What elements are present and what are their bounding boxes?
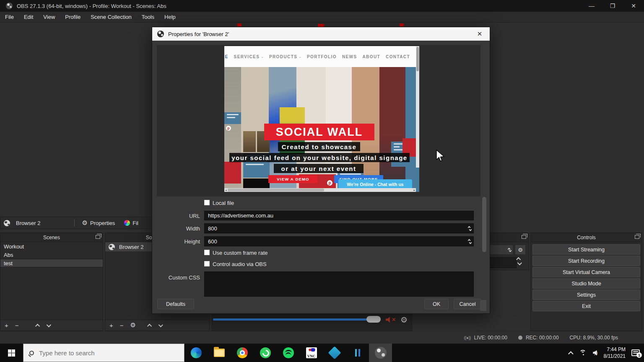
taskbar-spotify-button[interactable] xyxy=(277,344,300,362)
minimize-button[interactable]: — xyxy=(581,0,602,12)
filters-icon xyxy=(124,220,130,226)
wifi-icon[interactable] xyxy=(579,350,587,356)
tray-clock[interactable]: 7:44 PM 8/11/2021 xyxy=(604,346,626,359)
taskbar-whatsapp-button[interactable] xyxy=(254,344,277,362)
volume-slider-handle[interactable] xyxy=(366,316,381,323)
menu-help[interactable]: Help xyxy=(159,12,181,23)
source-handle[interactable] xyxy=(237,23,242,26)
height-input[interactable] xyxy=(204,236,474,246)
start-button[interactable] xyxy=(0,344,23,362)
tray-expand-icon[interactable] xyxy=(568,351,574,357)
properties-dialog: Properties for 'Browser 2' ✕ HOME SERVIC… xyxy=(152,27,490,313)
source-down-button[interactable] xyxy=(158,322,163,327)
source-handle[interactable] xyxy=(318,24,324,27)
duration-spinner[interactable] xyxy=(517,257,521,265)
custom-css-textarea[interactable] xyxy=(204,272,474,297)
source-properties-button[interactable]: ⚙ xyxy=(130,322,136,328)
ok-button[interactable]: OK xyxy=(424,299,449,309)
filters-button[interactable]: Fil xyxy=(124,220,138,226)
exit-button[interactable]: Exit xyxy=(532,301,640,311)
nav-about[interactable]: ABOUT xyxy=(362,54,380,59)
source-up-button[interactable] xyxy=(147,323,152,328)
scene-item-workout[interactable]: Workout xyxy=(0,242,103,251)
dialog-scrollbar-thumb[interactable] xyxy=(482,197,486,252)
menu-profile[interactable]: Profile xyxy=(60,12,86,23)
website-preview: HOME SERVICES⌄ PRODUCTS⌄ PORTFOLIO NEWS … xyxy=(224,46,419,192)
taskbar-vnc-button[interactable]: VNC xyxy=(300,344,323,362)
control-audio-checkbox[interactable] xyxy=(204,261,210,266)
maximize-button[interactable]: ❐ xyxy=(602,0,623,12)
notification-center-button[interactable]: 1 xyxy=(631,349,640,356)
start-streaming-button[interactable]: Start Streaming xyxy=(532,244,640,255)
properties-button[interactable]: ⚙ Properties xyxy=(82,220,115,226)
remove-source-button[interactable]: − xyxy=(120,322,124,328)
custom-framerate-checkbox[interactable] xyxy=(204,250,210,255)
studio-mode-button[interactable]: Studio Mode xyxy=(532,278,640,289)
taskbar-explorer-button[interactable] xyxy=(208,344,231,362)
nav-news[interactable]: NEWS xyxy=(342,54,357,59)
taskbar-search[interactable] xyxy=(23,344,184,362)
transition-duration-input[interactable] xyxy=(490,257,517,268)
defaults-button[interactable]: Defaults xyxy=(157,299,194,309)
system-tray: ) ) 7:44 PM 8/11/2021 1 xyxy=(570,344,644,362)
panel-popout-icon[interactable] xyxy=(96,235,100,239)
close-button[interactable]: ✕ xyxy=(623,0,644,12)
transition-settings-button[interactable]: ⚙ xyxy=(515,245,526,255)
menu-file[interactable]: File xyxy=(0,12,19,23)
add-scene-button[interactable]: + xyxy=(5,322,8,328)
url-label: URL xyxy=(158,213,200,219)
divider xyxy=(74,219,75,227)
width-input[interactable] xyxy=(204,223,474,233)
panel-popout-icon[interactable] xyxy=(635,235,639,239)
social-wall-collage: p p SOCIAL WALL Created to showcase xyxy=(224,67,419,192)
dialog-close-button[interactable]: ✕ xyxy=(472,27,487,41)
taskbar-chrome-button[interactable] xyxy=(231,344,254,362)
width-spinner[interactable] xyxy=(466,224,473,233)
scene-down-button[interactable] xyxy=(46,322,51,327)
dialog-scroll-grip[interactable] xyxy=(480,300,486,311)
menu-tools[interactable]: Tools xyxy=(137,12,159,23)
transition-dropdown[interactable] xyxy=(490,245,513,255)
height-spinner[interactable] xyxy=(466,237,473,246)
url-input[interactable] xyxy=(204,211,474,220)
search-input[interactable] xyxy=(39,349,165,357)
nav-portfolio[interactable]: PORTFOLIO xyxy=(307,54,337,59)
nav-contact[interactable]: CONTACT xyxy=(386,54,410,59)
spotify-icon xyxy=(283,347,294,358)
taskbar-pause-app-button[interactable] xyxy=(346,344,369,362)
preview-vertical-scrollbar[interactable] xyxy=(416,46,419,168)
remove-scene-button[interactable]: − xyxy=(15,322,19,328)
settings-button[interactable]: Settings xyxy=(532,290,640,300)
menu-scene-collection[interactable]: Scene Collection xyxy=(86,12,137,23)
menu-view[interactable]: View xyxy=(38,12,60,23)
menu-edit[interactable]: Edit xyxy=(19,12,38,23)
volume-tray-button[interactable]: ) ) xyxy=(593,350,597,356)
preview-horizontal-scrollbar[interactable]: ◂ ▸ xyxy=(224,188,416,192)
local-file-checkbox[interactable] xyxy=(204,200,210,205)
cancel-button[interactable]: Cancel xyxy=(454,299,481,309)
scene-item-test[interactable]: test xyxy=(0,259,103,267)
scroll-right-icon[interactable]: ▸ xyxy=(413,189,415,192)
add-source-button[interactable]: + xyxy=(109,322,113,328)
panel-popout-icon[interactable] xyxy=(522,235,526,239)
source-handle[interactable] xyxy=(400,23,404,26)
start-virtual-camera-button[interactable]: Start Virtual Camera xyxy=(532,267,640,277)
mixer-settings-button[interactable]: ⚙ xyxy=(400,316,408,324)
mute-button[interactable]: ✕ xyxy=(386,317,396,323)
taskbar-obs-button[interactable] xyxy=(369,344,392,362)
tagline-2: your social feed on your website, digita… xyxy=(229,153,410,162)
scroll-left-icon[interactable]: ◂ xyxy=(225,189,227,192)
scene-item-abs[interactable]: Abs xyxy=(0,251,103,259)
start-recording-button[interactable]: Start Recording xyxy=(532,256,640,266)
status-bar: ((●)) LIVE: 00:00:00 REC: 00:00:00 CPU: … xyxy=(0,331,644,344)
taskbar-kodi-button[interactable] xyxy=(323,344,346,362)
view-demo-button[interactable]: VIEW A DEMO xyxy=(268,175,318,183)
selected-source-bar: Browser 2 ⚙ Properties Fil xyxy=(0,217,152,229)
nav-home[interactable]: HOME xyxy=(224,54,229,59)
nav-products[interactable]: PRODUCTS xyxy=(269,54,297,59)
collage-tile xyxy=(243,131,256,152)
scene-up-button[interactable] xyxy=(35,323,39,328)
volume-slider-track[interactable] xyxy=(213,318,380,321)
taskbar-edge-button[interactable] xyxy=(184,344,208,362)
nav-services[interactable]: SERVICES xyxy=(234,54,260,59)
